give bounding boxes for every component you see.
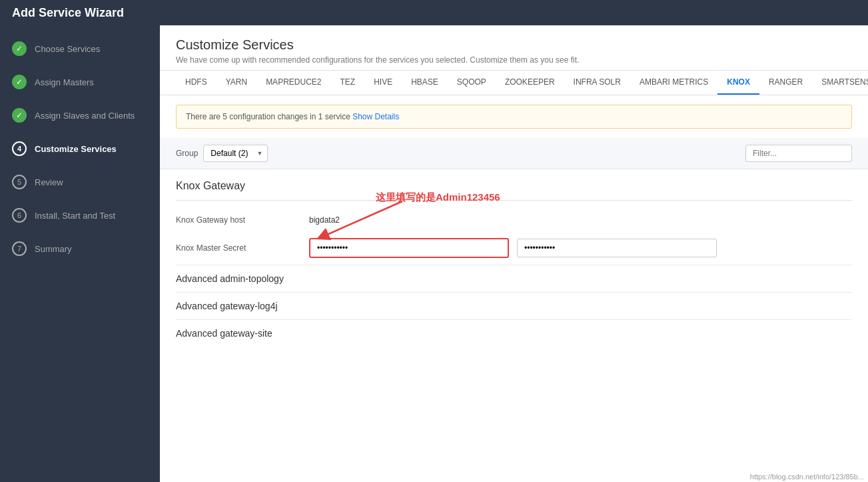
knox-secret-input[interactable]	[309, 238, 509, 258]
step-indicator-assign-slaves	[12, 108, 27, 123]
sidebar-item-label-review: Review	[35, 177, 63, 187]
sidebar-item-label-choose-services: Choose Services	[35, 44, 100, 54]
tab-hbase[interactable]: HBASE	[402, 71, 448, 95]
tab-ranger[interactable]: RANGER	[759, 71, 812, 95]
tab-smartsense[interactable]: SMARTSENSE	[812, 71, 868, 95]
content-title: Customize Services	[176, 37, 852, 53]
knox-host-row: Knox Gateway host bigdata2	[176, 209, 852, 231]
sidebar-item-label-assign-slaves: Assign Slaves and Clients	[35, 111, 135, 121]
subsection-gateway-log4j[interactable]: Advanced gateway-log4j	[176, 292, 852, 319]
knox-gateway-section: Knox Gateway Knox Gateway host bigdata2 …	[160, 169, 868, 360]
group-select-wrapper[interactable]: Default (2)	[203, 145, 268, 162]
alert-text: There are 5 configuration changes in 1 s…	[186, 112, 352, 121]
main-layout: Choose ServicesAssign MastersAssign Slav…	[0, 25, 868, 482]
knox-host-value: bigdata2	[309, 215, 340, 225]
tab-ambari-metrics[interactable]: AMBARI METRICS	[630, 71, 717, 95]
step-indicator-summary: 7	[12, 241, 27, 256]
filter-bar: Group Default (2)	[160, 138, 868, 169]
step-indicator-install-start-test: 6	[12, 208, 27, 223]
knox-gateway-title: Knox Gateway	[176, 169, 852, 201]
tab-infra-solr[interactable]: INFRA SOLR	[564, 71, 630, 95]
step-indicator-review: 5	[12, 175, 27, 189]
knox-secret-inputs: 这里填写的是Admin123456	[309, 238, 725, 258]
sidebar-item-label-customize-services: Customize Services	[35, 144, 117, 154]
show-details-link[interactable]: Show Details	[352, 112, 399, 121]
knox-secret-row: Knox Master Secret 这里填写的是Admin123456	[176, 231, 852, 265]
step-indicator-choose-services	[12, 41, 27, 56]
sidebar: Choose ServicesAssign MastersAssign Slav…	[0, 25, 160, 482]
knox-secret-confirm-input[interactable]	[517, 239, 717, 257]
step-indicator-customize-services: 4	[12, 141, 27, 156]
sidebar-item-assign-masters[interactable]: Assign Masters	[0, 65, 160, 99]
sidebar-item-summary[interactable]: 7Summary	[0, 232, 160, 265]
sidebar-item-choose-services[interactable]: Choose Services	[0, 32, 160, 65]
tab-tez[interactable]: TEZ	[330, 71, 364, 95]
tab-hive[interactable]: HIVE	[364, 71, 402, 95]
sidebar-item-install-start-test[interactable]: 6Install, Start and Test	[0, 199, 160, 232]
service-tabs: HDFSYARNMAPREDUCE2TEZHIVEHBASESQOOPZOOKE…	[160, 71, 868, 95]
sidebar-item-label-summary: Summary	[35, 244, 72, 254]
knox-host-label: Knox Gateway host	[176, 215, 309, 225]
subsection-admin-topology[interactable]: Advanced admin-topology	[176, 265, 852, 292]
app-title: Add Service Wizard	[12, 6, 124, 20]
app-header: Add Service Wizard	[0, 0, 868, 25]
footer-link: https://blog.csdn.net/info/123/85b...	[746, 471, 868, 482]
tab-sqoop[interactable]: SQOOP	[448, 71, 496, 95]
content-header: Customize Services We have come up with …	[160, 25, 868, 71]
filter-input[interactable]	[745, 145, 852, 162]
group-selector-area: Group Default (2)	[176, 145, 268, 162]
tab-yarn[interactable]: YARN	[217, 71, 256, 95]
tab-hdfs[interactable]: HDFS	[176, 71, 217, 95]
tab-knox[interactable]: KNOX	[717, 71, 759, 95]
config-alert: There are 5 configuration changes in 1 s…	[176, 105, 852, 129]
content-subtitle: We have come up with recommended configu…	[176, 55, 852, 65]
knox-secret-label: Knox Master Secret	[176, 243, 309, 253]
content-area: Customize Services We have come up with …	[160, 25, 868, 482]
sidebar-item-customize-services[interactable]: 4Customize Services	[0, 132, 160, 165]
group-label: Group	[176, 149, 198, 158]
sidebar-item-review[interactable]: 5Review	[0, 165, 160, 199]
sidebar-item-label-assign-masters: Assign Masters	[35, 77, 94, 87]
sidebar-item-assign-slaves[interactable]: Assign Slaves and Clients	[0, 99, 160, 132]
group-select[interactable]: Default (2)	[203, 145, 268, 162]
tab-zookeeper[interactable]: ZOOKEEPER	[496, 71, 564, 95]
tab-mapreduce2[interactable]: MAPREDUCE2	[256, 71, 330, 95]
subsection-gateway-site[interactable]: Advanced gateway-site	[176, 319, 852, 347]
step-indicator-assign-masters	[12, 75, 27, 89]
sidebar-item-label-install-start-test: Install, Start and Test	[35, 211, 115, 221]
